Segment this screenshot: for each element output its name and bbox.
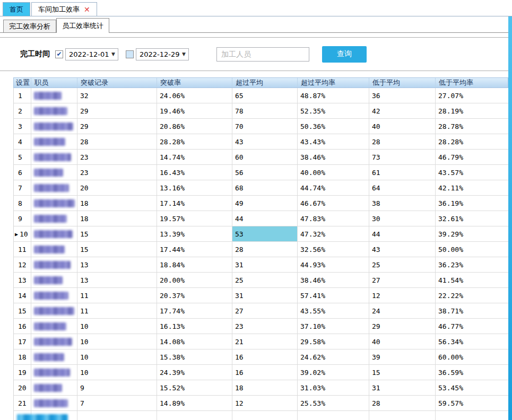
value-cell[interactable]: 13.16% [157,180,232,196]
table-row[interactable]: 22919.46%7852.35%4228.19% [14,103,508,119]
value-cell[interactable]: 31 [369,380,436,396]
value-cell[interactable]: 25 [232,273,298,288]
column-header-break-rate[interactable]: 突破率 [157,78,232,88]
table-row[interactable]: 191024.39%1639.02%1536.59% [14,365,508,380]
query-button[interactable]: 查询 [322,46,367,63]
date-from-checkbox[interactable]: ✔ [55,50,63,58]
value-cell[interactable]: 38.71% [436,303,509,319]
value-cell[interactable]: 39.29% [436,226,509,242]
value-cell[interactable]: 53.45% [436,380,509,396]
close-tab-icon[interactable]: ✕ [84,6,90,13]
value-cell[interactable]: 13 [77,257,157,273]
table-row[interactable]: 161016.13%2337.10%2946.77% [14,319,508,334]
value-cell[interactable]: 38.46% [298,273,369,288]
date-from-select[interactable]: 2022-12-01 ▼ [65,48,118,60]
value-cell[interactable]: 60.00% [436,349,509,365]
value-cell[interactable]: 40 [369,334,436,349]
value-cell[interactable]: 28 [77,134,157,150]
value-cell[interactable]: 20 [77,180,157,196]
value-cell[interactable]: 9 [77,380,157,396]
value-cell[interactable]: 23 [77,165,157,180]
value-cell[interactable] [436,411,509,420]
value-cell[interactable]: 61 [369,165,436,180]
value-cell[interactable]: 23 [232,319,298,334]
value-cell[interactable]: 11 [77,288,157,303]
value-cell[interactable]: 28.28% [157,134,232,150]
value-cell[interactable]: 19.46% [157,103,232,119]
value-cell[interactable]: 20.00% [157,273,232,288]
value-cell[interactable]: 70 [232,119,298,134]
value-cell[interactable]: 24.06% [157,88,232,103]
value-cell[interactable]: 27 [232,303,298,319]
value-cell[interactable] [369,411,436,420]
value-cell[interactable]: 24.62% [298,349,369,365]
value-cell[interactable]: 14.74% [157,150,232,165]
value-cell[interactable]: 43 [232,134,298,150]
value-cell[interactable] [77,411,157,420]
value-cell[interactable] [157,411,232,420]
value-cell[interactable]: 31 [232,288,298,303]
date-to-checkbox[interactable] [126,50,134,58]
value-cell[interactable]: 18 [232,380,298,396]
subtab-completion-analysis[interactable]: 完工效率分析 [3,20,56,32]
table-row[interactable] [14,411,508,420]
value-cell[interactable]: 50.36% [298,119,369,134]
value-cell[interactable]: 38 [369,196,436,211]
value-cell[interactable]: 68 [232,180,298,196]
column-header-employee[interactable]: 职员 [31,78,77,88]
value-cell[interactable]: 18 [77,196,157,211]
table-row[interactable]: 181015.38%1624.62%3960.00% [14,349,508,365]
table-row[interactable]: 13224.06%6548.87%3627.07% [14,88,508,103]
value-cell[interactable]: 12 [232,396,298,411]
value-cell[interactable]: 13 [77,273,157,288]
value-cell[interactable]: 42 [369,103,436,119]
column-header-above-average[interactable]: 超过平均 [232,78,298,88]
value-cell[interactable]: 17.44% [157,242,232,257]
value-cell[interactable]: 14.89% [157,396,232,411]
table-row[interactable]: 20915.52%1831.03%3153.45% [14,380,508,396]
value-cell[interactable]: 17.14% [157,196,232,211]
value-cell[interactable]: 10 [77,365,157,380]
column-header-above-average-rate[interactable]: 超过平均率 [298,78,369,88]
subtab-employee-stats[interactable]: 员工效率统计 [56,18,109,33]
value-cell[interactable]: 31 [232,257,298,273]
table-row[interactable]: 42828.28%4343.43%2828.28% [14,134,508,150]
value-cell[interactable]: 16 [232,349,298,365]
value-cell[interactable]: 17.74% [157,303,232,319]
value-cell[interactable]: 43.57% [436,165,509,180]
value-cell[interactable]: 29 [77,119,157,134]
value-cell[interactable]: 15 [77,242,157,257]
value-cell[interactable]: 18 [77,211,157,226]
value-cell[interactable]: 56.34% [436,334,509,349]
value-cell[interactable]: 46.79% [436,150,509,165]
table-row[interactable]: 131320.00%2538.46%2741.54% [14,273,508,288]
value-cell[interactable] [232,411,298,420]
value-cell[interactable]: 64 [369,180,436,196]
value-cell[interactable]: 29 [77,103,157,119]
value-cell[interactable]: 57.41% [298,288,369,303]
value-cell[interactable]: 44 [232,211,298,226]
value-cell[interactable]: 40 [369,119,436,134]
value-cell[interactable]: 60 [232,150,298,165]
value-cell[interactable]: 24.39% [157,365,232,380]
value-cell[interactable]: 48.87% [298,88,369,103]
value-cell[interactable]: 15 [369,365,436,380]
value-cell[interactable]: 28 [232,242,298,257]
value-cell[interactable]: 46.67% [298,196,369,211]
value-cell[interactable]: 47.83% [298,211,369,226]
tab-home[interactable]: 首页 [3,2,30,16]
value-cell[interactable]: 16.43% [157,165,232,180]
value-cell[interactable]: 28.78% [436,119,509,134]
table-row[interactable]: 81817.14%4946.67%3836.19% [14,196,508,211]
table-row[interactable]: 32920.86%7050.36%4028.78% [14,119,508,134]
value-cell[interactable]: 56 [232,165,298,180]
table-row[interactable]: 62316.43%5640.00%6143.57% [14,165,508,180]
value-cell[interactable]: 37.10% [298,319,369,334]
value-cell[interactable]: 29.58% [298,334,369,349]
value-cell[interactable]: 19.57% [157,211,232,226]
value-cell[interactable]: 53 [232,226,298,242]
value-cell[interactable]: 43.43% [298,134,369,150]
value-cell[interactable]: 29 [369,319,436,334]
value-cell[interactable]: 41.54% [436,273,509,288]
value-cell[interactable]: 28.28% [436,134,509,150]
